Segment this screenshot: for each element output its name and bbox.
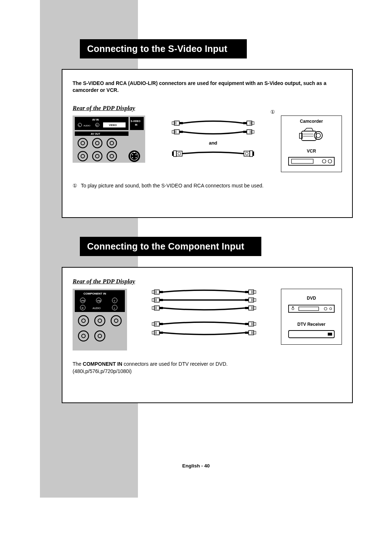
svg-rect-61 [253,151,254,156]
svg-rect-97 [154,290,159,294]
component-cables-icon [151,289,257,343]
svg-rect-130 [159,323,163,325]
svg-rect-117 [154,306,159,310]
section-title-component: Connecting to the Component Input [80,237,261,256]
dtv-label: DTV Receiver [286,322,336,327]
svg-rect-115 [254,299,256,301]
camcorder-icon [299,126,324,143]
svg-point-57 [178,152,181,155]
svg-rect-152 [289,331,334,338]
svg-rect-100 [159,291,163,293]
note2-bold: COMPONENT IN [83,361,122,367]
svg-rect-69 [291,159,313,163]
svg-text:L: L [114,307,115,309]
svg-rect-33 [134,152,135,153]
svg-text:AV IN: AV IN [92,118,99,121]
svg-rect-49 [243,131,247,133]
svg-point-31 [132,157,133,158]
dvd-player-icon [288,303,335,314]
svg-point-29 [132,154,133,155]
intro-text: The S-VIDEO and RCA (AUDIO-L/R) connecto… [73,80,342,94]
rca-cable-icon [171,120,255,136]
svg-rect-105 [254,291,256,293]
rear-label-1: Rear of the PDP Display [73,105,342,112]
svg-text:R: R [82,307,83,309]
diagram-row-2: COMPONENT IN PR PB Y R AUDIO L [73,289,342,350]
note-marker-1: ① [73,183,77,189]
svg-rect-122 [249,306,254,310]
svg-rect-127 [154,322,159,326]
svg-rect-149 [292,307,294,307]
svg-text:AV OUT: AV OUT [91,133,101,135]
svg-rect-147 [299,307,319,311]
device-box-2: DVD DTV Receiver [281,289,342,345]
svg-rect-107 [154,298,159,302]
svg-text:PR: PR [81,300,85,302]
svg-rect-112 [249,298,254,302]
note-1: ① To play picture and sound, both the S-… [73,182,342,190]
svg-rect-142 [249,331,254,335]
svg-point-148 [292,308,294,310]
svg-rect-135 [254,323,256,325]
svg-rect-106 [152,299,154,301]
section-title-svideo: Connecting to the S-Video Input [80,39,247,58]
svg-point-59 [245,152,248,155]
svg-rect-38 [179,122,183,124]
svg-rect-96 [152,291,154,293]
svideo-cable-icon [171,150,255,157]
svg-rect-111 [245,299,249,301]
svg-rect-102 [249,290,254,294]
svg-rect-136 [152,331,154,334]
svg-point-70 [322,159,326,163]
page-footer: English - 40 [0,463,392,469]
svg-rect-153 [328,333,332,336]
device-box-1: Camcorder VCR [281,115,342,172]
dvd-label: DVD [286,296,336,301]
note-text-1: To play picture and sound, both the S-VI… [81,183,264,189]
note2-pre: The [73,361,83,367]
svg-rect-68 [289,157,334,165]
svg-point-150 [324,307,327,310]
svg-rect-55 [173,151,176,157]
svg-text:AUDIO: AUDIO [83,125,90,127]
content-box-svideo: The S-VIDEO and RCA (AUDIO-L/R) connecto… [62,69,353,218]
svg-rect-62 [302,131,316,141]
svg-point-30 [136,154,137,155]
rear-panel-component-icon: COMPONENT IN PR PB Y R AUDIO L [73,289,127,350]
svg-rect-53 [252,130,254,133]
svg-rect-60 [250,151,253,157]
cable-and-label: and [209,140,217,146]
svg-point-32 [136,157,137,158]
svg-rect-43 [252,122,254,125]
svg-rect-39 [243,122,247,124]
svg-rect-140 [159,332,163,334]
svg-point-151 [330,308,332,310]
svg-text:Y: Y [114,300,115,302]
svg-text:PB: PB [97,300,101,302]
svg-rect-48 [179,131,183,133]
svg-rect-126 [152,323,154,325]
note-2: The COMPONENT IN connectors are used for… [73,361,342,375]
vcr-label: VCR [286,149,336,154]
svg-rect-56 [176,151,182,156]
svg-text:COMPONENT IN: COMPONENT IN [83,292,106,295]
svg-text:VIDEO: VIDEO [109,124,117,126]
content-box-component: Rear of the PDP Display COMPONENT IN PR … [62,267,353,403]
svg-rect-145 [254,331,256,334]
svg-point-63 [314,131,322,139]
marker-1: ① [270,109,275,115]
svg-rect-131 [245,323,249,325]
svg-rect-13 [75,131,128,136]
note2-post: connectors are used for DTV receiver or … [122,361,228,367]
cables-column-1: ① [152,115,274,157]
note2-line2: (480i,p/576i,p/720p/1080i) [73,368,132,374]
svg-rect-120 [159,307,163,309]
camcorder-label: Camcorder [286,119,336,124]
dtv-receiver-icon [288,329,335,339]
svg-rect-125 [254,307,256,309]
vcr-icon [288,156,335,167]
svg-rect-44 [172,130,174,133]
svg-text:AUDIO: AUDIO [93,307,101,309]
svg-rect-116 [152,307,154,309]
svg-rect-110 [159,299,163,301]
